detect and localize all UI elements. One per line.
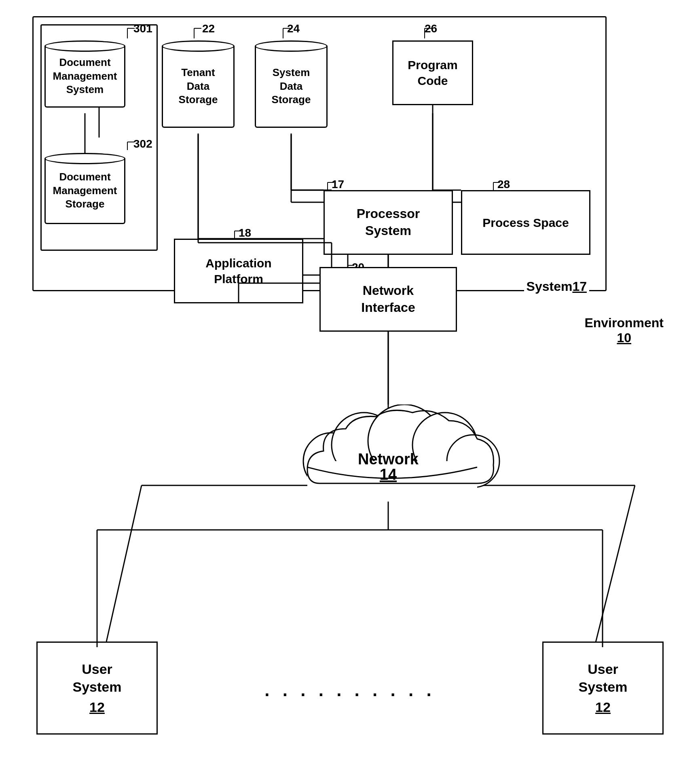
svg-line-16 xyxy=(594,485,635,647)
progcode-num-label: 26 xyxy=(425,22,437,35)
dms-storage-cylinder-top xyxy=(44,153,125,164)
user-system-left-box: UserSystem 12 xyxy=(36,642,158,735)
network-interface-box: NetworkInterface xyxy=(319,267,457,332)
dms-storage-cylinder-body: DocumentManagementStorage xyxy=(44,159,125,224)
dms-storage-num-label: 302 xyxy=(133,138,152,150)
application-platform-label: ApplicationPlatform xyxy=(205,255,271,287)
user-system-right-box: UserSystem 12 xyxy=(542,642,664,735)
svg-text:Network: Network xyxy=(358,451,419,468)
user-system-right-num: 12 xyxy=(579,698,628,716)
tenant-num-label: 22 xyxy=(202,22,215,35)
application-platform-box: ApplicationPlatform xyxy=(174,239,303,303)
svg-line-14 xyxy=(105,485,142,647)
network-interface-label: NetworkInterface xyxy=(361,282,415,316)
dms-num-label: 301 xyxy=(133,22,152,35)
system-data-storage-cylinder-body: SystemDataStorage xyxy=(255,46,328,128)
system-data-storage-cylinder-top xyxy=(255,40,328,52)
dms-cylinder-body: DocumentManagementSystem xyxy=(44,46,125,108)
user-system-left-num: 12 xyxy=(73,698,122,716)
svg-text:14: 14 xyxy=(380,466,397,483)
user-system-left-label: UserSystem xyxy=(73,660,122,696)
program-code-label: ProgramCode xyxy=(408,57,457,89)
processor-num-label: 17 xyxy=(332,178,344,191)
sysdata-num-label: 24 xyxy=(287,22,300,35)
program-code-box: ProgramCode xyxy=(392,40,473,105)
environment-num: 10 xyxy=(617,330,631,345)
user-system-right-label: UserSystem xyxy=(579,660,628,696)
process-space-label: Process Space xyxy=(482,215,569,231)
dms-cylinder: DocumentManagementSystem xyxy=(44,40,125,113)
system-data-storage-cylinder: SystemDataStorage xyxy=(255,40,328,133)
diagram: System17 301 DocumentManagementSystem 30… xyxy=(0,0,700,775)
appplatform-num-label: 18 xyxy=(239,227,251,239)
processor-system-box: ProcessorSystem xyxy=(324,190,453,255)
environment-label: Environment10 xyxy=(584,316,664,345)
tenant-storage-cylinder-top xyxy=(162,40,235,52)
system-label: System17 xyxy=(524,279,589,294)
tenant-storage-cylinder: TenantDataStorage xyxy=(162,40,235,133)
dms-cylinder-top xyxy=(44,40,125,52)
dms-storage-cylinder: DocumentManagementStorage xyxy=(44,153,125,230)
tenant-storage-cylinder-body: TenantDataStorage xyxy=(162,46,235,128)
dots-separator: . . . . . . . . . . xyxy=(264,680,435,700)
network-cloud: Network 14 xyxy=(275,404,501,502)
processor-system-label: ProcessorSystem xyxy=(357,205,420,239)
process-space-box: Process Space xyxy=(461,190,590,255)
processspace-num-label: 28 xyxy=(497,178,510,191)
